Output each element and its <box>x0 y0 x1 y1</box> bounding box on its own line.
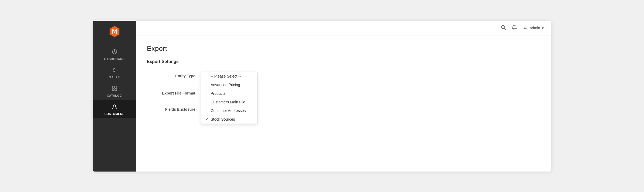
dropdown-option-label: Products <box>211 91 226 96</box>
entity-type-control-wrap: Stock Sources ▾ -- Please Select -- <box>201 72 255 81</box>
sidebar-item-dashboard[interactable]: DASHBOARD <box>93 45 136 63</box>
user-label: admin <box>530 26 540 30</box>
svg-line-8 <box>504 28 506 30</box>
page-wrapper: DASHBOARD $ SALES CATALOG <box>0 0 644 192</box>
user-avatar-icon <box>522 25 528 32</box>
sidebar-item-catalog-label: CATALOG <box>107 94 122 97</box>
dropdown-option-label: -- Please Select -- <box>211 74 241 78</box>
dropdown-option-label: Stock Sources <box>211 117 235 121</box>
export-settings-heading: Export Settings <box>147 59 540 64</box>
dropdown-option-advanced-pricing[interactable]: Advanced Pricing <box>201 81 257 89</box>
page-title: Export <box>147 44 540 53</box>
dropdown-option-stock-sources[interactable]: ✓ Stock Sources <box>201 115 257 124</box>
magento-logo-icon <box>108 25 121 38</box>
sidebar-item-customers-label: CUSTOMERS <box>104 112 125 116</box>
sidebar-navigation: DASHBOARD $ SALES CATALOG <box>93 42 136 172</box>
dropdown-option-label: Customer Addresses <box>211 109 246 113</box>
check-icon-customers-main <box>205 100 209 104</box>
check-icon-advanced-pricing <box>205 83 209 87</box>
svg-point-6 <box>113 105 116 107</box>
fields-enclosure-label: Fields Enclosure <box>147 105 201 111</box>
sidebar-item-dashboard-label: DASHBOARD <box>104 57 125 61</box>
sidebar-item-sales-label: SALES <box>109 76 120 79</box>
user-dropdown-arrow-icon: ▾ <box>542 26 544 30</box>
entity-type-label: Entity Type <box>147 72 201 78</box>
app-container: DASHBOARD $ SALES CATALOG <box>93 21 551 172</box>
svg-rect-4 <box>112 89 114 90</box>
svg-point-9 <box>524 26 526 28</box>
sales-icon: $ <box>112 67 118 75</box>
check-icon-stock-sources: ✓ <box>205 117 209 121</box>
bell-icon[interactable] <box>511 25 517 32</box>
check-icon-customer-addresses <box>205 109 209 113</box>
sidebar-logo <box>93 21 136 42</box>
page-content: Export Export Settings Entity Type Stock… <box>136 36 551 172</box>
svg-rect-3 <box>115 86 117 88</box>
check-icon-please-select <box>205 74 209 78</box>
dropdown-option-customer-addresses[interactable]: Customer Addresses <box>201 106 257 115</box>
dashboard-icon <box>112 49 118 56</box>
entity-type-row: Entity Type Stock Sources ▾ -- Please Se… <box>147 72 540 81</box>
dropdown-option-customers-main[interactable]: Customers Main File <box>201 98 257 106</box>
dropdown-option-please-select[interactable]: -- Please Select -- <box>201 72 257 81</box>
svg-rect-2 <box>112 86 114 88</box>
dropdown-option-label: Customers Main File <box>211 100 245 104</box>
svg-rect-5 <box>115 89 117 90</box>
header-bar: admin ▾ <box>136 21 551 36</box>
dropdown-option-products[interactable]: Products <box>201 89 257 98</box>
dropdown-option-label: Advanced Pricing <box>211 83 240 87</box>
search-icon[interactable] <box>501 25 507 32</box>
svg-text:$: $ <box>113 68 115 72</box>
sidebar: DASHBOARD $ SALES CATALOG <box>93 21 136 172</box>
main-content: admin ▾ Export Export Settings Entity Ty… <box>136 21 551 172</box>
check-icon-products <box>205 91 209 95</box>
catalog-icon <box>112 85 118 93</box>
sidebar-item-customers[interactable]: CUSTOMERS <box>93 100 136 118</box>
user-menu[interactable]: admin ▾ <box>522 25 543 32</box>
entity-type-dropdown: -- Please Select -- Advanced Pricing Pro… <box>201 72 257 124</box>
sidebar-item-catalog[interactable]: CATALOG <box>93 82 136 100</box>
export-format-label: Export File Format <box>147 89 201 95</box>
sidebar-item-sales[interactable]: $ SALES <box>93 63 136 82</box>
customers-icon <box>112 104 118 111</box>
